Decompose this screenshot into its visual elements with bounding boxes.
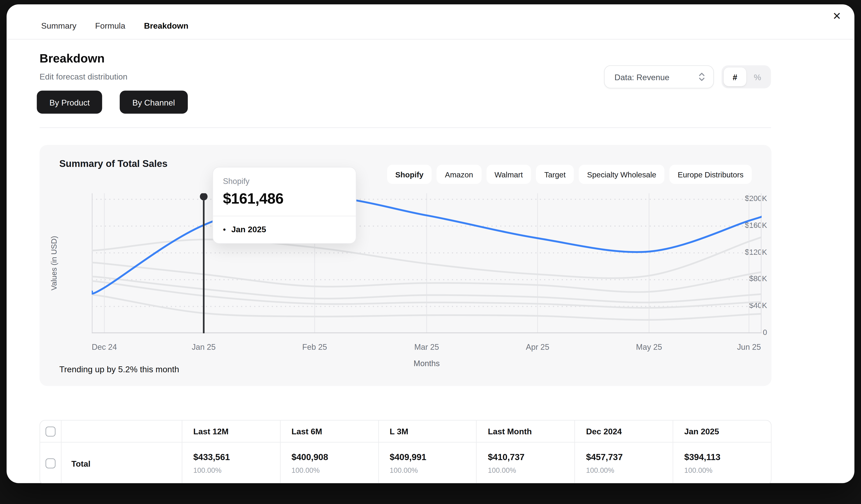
column-header-last-6m: Last 6M xyxy=(280,421,378,442)
legend-item-shopify[interactable]: Shopify xyxy=(387,165,432,184)
row-value-cell-dec-2024: $457,737100.00% xyxy=(575,442,673,483)
table-body: Total$433,561100.00%$400,908100.00%$409,… xyxy=(40,442,771,483)
x-tick-label: Jan 25 xyxy=(171,343,237,351)
data-metric-select-label: Data: Revenue xyxy=(614,72,669,81)
close-icon[interactable]: ✕ xyxy=(832,11,841,22)
data-metric-select[interactable]: Data: Revenue xyxy=(604,65,714,88)
cell-percent: 100.00% xyxy=(684,466,771,475)
x-tick-label: May 25 xyxy=(616,343,682,351)
unit-toggle-number[interactable]: # xyxy=(724,68,746,86)
section-divider xyxy=(40,127,771,128)
tabs-divider xyxy=(6,39,855,40)
cell-value: $400,908 xyxy=(291,452,378,462)
cell-percent: 100.00% xyxy=(291,466,378,475)
desktop-background: ✕ Summary Formula Breakdown Breakdown Ed… xyxy=(0,0,861,504)
legend-item-walmart[interactable]: Walmart xyxy=(486,165,531,184)
cell-value: $410,737 xyxy=(488,452,575,462)
row-value-cell-jan-2025: $394,113100.00% xyxy=(673,442,771,483)
cell-percent: 100.00% xyxy=(193,466,280,475)
cell-percent: 100.00% xyxy=(488,466,575,475)
tooltip-series-name: Shopify xyxy=(223,177,346,186)
chart-legend: ShopifyAmazonWalmartTargetSpecialty Whol… xyxy=(387,165,752,184)
unit-toggle: # % xyxy=(722,65,771,88)
x-tick-label: Apr 25 xyxy=(505,343,571,351)
chart-title: Summary of Total Sales xyxy=(59,158,168,170)
legend-item-amazon[interactable]: Amazon xyxy=(437,165,481,184)
x-axis-title: Months xyxy=(372,359,482,368)
sales-line-chart[interactable] xyxy=(92,193,762,334)
x-tick-label: Mar 25 xyxy=(394,343,460,351)
tab-bar: Summary Formula Breakdown xyxy=(41,21,189,30)
tab-formula[interactable]: Formula xyxy=(95,21,125,30)
row-value-cell-last-12m: $433,561100.00% xyxy=(182,442,280,483)
tooltip-bullet-icon: • xyxy=(223,224,226,234)
legend-item-europe-distributors[interactable]: Europe Distributors xyxy=(669,165,752,184)
row-checkbox-cell xyxy=(40,442,61,483)
select-all-checkbox[interactable] xyxy=(46,426,55,436)
legend-item-specialty-wholesale[interactable]: Specialty Wholesale xyxy=(579,165,665,184)
chevron-up-down-icon xyxy=(698,71,706,82)
x-tick-label: Jun 25 xyxy=(716,343,782,351)
column-header-last-month: Last Month xyxy=(476,421,575,442)
chart-panel: Summary of Total Sales ShopifyAmazonWalm… xyxy=(40,145,771,386)
page-subtitle: Edit forecast distribution xyxy=(40,72,127,81)
column-header-dec-2024: Dec 2024 xyxy=(575,421,673,442)
row-checkbox[interactable] xyxy=(46,458,55,468)
cell-value: $409,991 xyxy=(390,452,476,462)
by-channel-button[interactable]: By Channel xyxy=(120,91,188,114)
trend-note: Trending up by 5.2% this month xyxy=(59,365,179,374)
tab-breakdown[interactable]: Breakdown xyxy=(144,21,188,30)
breakdown-table: Last 12MLast 6ML 3MLast MonthDec 2024Jan… xyxy=(40,420,771,483)
row-name-cell: Total xyxy=(61,442,182,483)
row-value-cell-last-month: $410,737100.00% xyxy=(476,442,575,483)
header-checkbox-cell xyxy=(40,421,61,442)
column-header-last-12m: Last 12M xyxy=(182,421,280,442)
chart-tooltip: Shopify $161,486 • Jan 2025 xyxy=(213,167,356,244)
y-axis-title: Values (in USD) xyxy=(48,193,59,333)
unit-toggle-percent[interactable]: % xyxy=(746,68,769,86)
x-tick-label: Dec 24 xyxy=(71,343,137,351)
tooltip-value: $161,486 xyxy=(223,191,346,207)
column-header-jan-2025: Jan 2025 xyxy=(673,421,771,442)
column-header-l-3m: L 3M xyxy=(378,421,476,442)
legend-item-target[interactable]: Target xyxy=(536,165,574,184)
row-value-cell-l-3m: $409,991100.00% xyxy=(378,442,476,483)
tooltip-point-label: Jan 2025 xyxy=(231,224,266,234)
x-tick-label: Feb 25 xyxy=(282,343,348,351)
page-title: Breakdown xyxy=(40,52,105,66)
cell-value: $457,737 xyxy=(586,452,673,462)
table-row-total: Total$433,561100.00%$400,908100.00%$409,… xyxy=(40,442,771,483)
forecast-modal: ✕ Summary Formula Breakdown Breakdown Ed… xyxy=(6,4,855,483)
row-value-cell-last-6m: $400,908100.00% xyxy=(280,442,378,483)
cell-percent: 100.00% xyxy=(586,466,673,475)
table-header-row: Last 12MLast 6ML 3MLast MonthDec 2024Jan… xyxy=(40,421,771,442)
header-name-cell xyxy=(61,421,182,442)
cell-value: $394,113 xyxy=(684,452,771,462)
cell-percent: 100.00% xyxy=(390,466,476,475)
tab-summary[interactable]: Summary xyxy=(41,21,77,30)
cell-value: $433,561 xyxy=(193,452,280,462)
by-product-button[interactable]: By Product xyxy=(37,91,102,114)
